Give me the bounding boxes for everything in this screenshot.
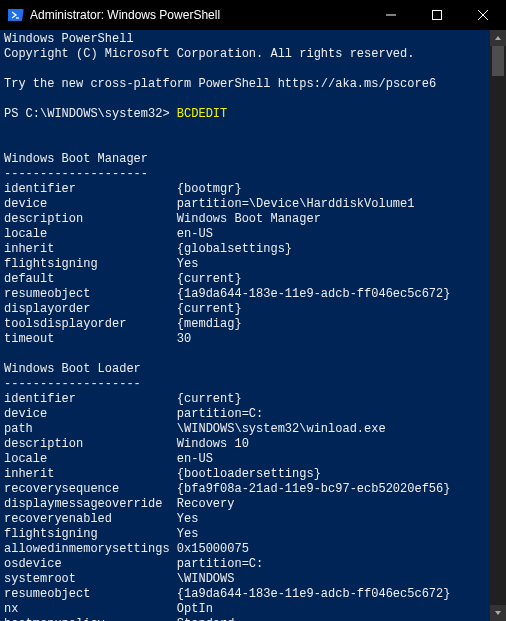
kv-row: resumeobject{1a9da644-183e-11e9-adcb-ff0… [4,587,490,602]
kv-value: Yes [177,527,199,542]
kv-value: {1a9da644-183e-11e9-adcb-ff046ec5c672} [177,287,451,302]
kv-key: default [4,272,177,287]
kv-value: Yes [177,512,199,527]
svg-rect-3 [433,11,442,20]
kv-value: {bootloadersettings} [177,467,321,482]
kv-key: nx [4,602,177,617]
kv-value: en-US [177,227,213,242]
content-area: Windows PowerShell Copyright (C) Microso… [0,30,506,621]
kv-row: displayorder{current} [4,302,490,317]
scrollbar-thumb[interactable] [492,46,504,76]
kv-key: flightsigning [4,527,177,542]
section1-rows: identifier{bootmgr}devicepartition=\Devi… [4,182,490,347]
kv-key: device [4,197,177,212]
prompt-path: PS C:\WINDOWS\system32> [4,107,177,121]
kv-row: resumeobject{1a9da644-183e-11e9-adcb-ff0… [4,287,490,302]
kv-row: path\WINDOWS\system32\winload.exe [4,422,490,437]
kv-row: systemroot\WINDOWS [4,572,490,587]
section2-rows: identifier{current}devicepartition=C:pat… [4,392,490,621]
kv-value: Windows 10 [177,437,249,452]
kv-key: displaymessageoverride [4,497,177,512]
kv-value: OptIn [177,602,213,617]
kv-value: {1a9da644-183e-11e9-adcb-ff046ec5c672} [177,587,451,602]
kv-key: locale [4,452,177,467]
kv-value: \WINDOWS [177,572,235,587]
kv-row: devicepartition=\Device\HarddiskVolume1 [4,197,490,212]
kv-row: descriptionWindows Boot Manager [4,212,490,227]
maximize-button[interactable] [414,0,460,30]
kv-row: nxOptIn [4,602,490,617]
kv-row: default{current} [4,272,490,287]
intro-line2: Copyright (C) Microsoft Corporation. All… [4,47,414,61]
kv-value: partition=\Device\HarddiskVolume1 [177,197,415,212]
kv-row: flightsigningYes [4,527,490,542]
kv-key: path [4,422,177,437]
try-line-url: https://aka.ms/pscore6 [278,77,436,91]
powershell-icon [8,7,24,23]
kv-value: en-US [177,452,213,467]
kv-row: flightsigningYes [4,257,490,272]
intro-line1: Windows PowerShell [4,32,134,46]
kv-row: toolsdisplayorder{memdiag} [4,317,490,332]
kv-key: bootmenupolicy [4,617,177,621]
kv-row: localeen-US [4,227,490,242]
kv-key: device [4,407,177,422]
kv-value: Windows Boot Manager [177,212,321,227]
kv-value: {memdiag} [177,317,242,332]
kv-row: identifier{bootmgr} [4,182,490,197]
kv-key: description [4,437,177,452]
kv-value: {current} [177,272,242,287]
kv-row: localeen-US [4,452,490,467]
kv-row: allowedinmemorysettings0x15000075 [4,542,490,557]
kv-value: 0x15000075 [177,542,249,557]
section2-title: Windows Boot Loader [4,362,141,376]
kv-row: descriptionWindows 10 [4,437,490,452]
kv-row: identifier{current} [4,392,490,407]
kv-value: \WINDOWS\system32\winload.exe [177,422,386,437]
kv-key: toolsdisplayorder [4,317,177,332]
kv-value: {current} [177,302,242,317]
command-text: BCDEDIT [177,107,227,121]
section2-divider: ------------------- [4,377,141,391]
kv-key: locale [4,227,177,242]
terminal-output[interactable]: Windows PowerShell Copyright (C) Microso… [0,30,490,621]
titlebar[interactable]: Administrator: Windows PowerShell [0,0,506,30]
scrollbar-track[interactable] [490,46,506,605]
kv-value: Recovery [177,497,235,512]
kv-key: inherit [4,242,177,257]
vertical-scrollbar[interactable] [490,30,506,621]
kv-value: partition=C: [177,407,263,422]
close-button[interactable] [460,0,506,30]
kv-value: {globalsettings} [177,242,292,257]
kv-value: {current} [177,392,242,407]
kv-key: systemroot [4,572,177,587]
kv-row: osdevicepartition=C: [4,557,490,572]
kv-key: inherit [4,467,177,482]
kv-row: inherit{globalsettings} [4,242,490,257]
kv-row: bootmenupolicyStandard [4,617,490,621]
scroll-up-button[interactable] [490,30,506,46]
kv-key: osdevice [4,557,177,572]
kv-key: recoveryenabled [4,512,177,527]
kv-key: displayorder [4,302,177,317]
kv-row: recoveryenabledYes [4,512,490,527]
kv-key: allowedinmemorysettings [4,542,177,557]
kv-value: Standard [177,617,235,621]
powershell-window: Administrator: Windows PowerShell Window… [0,0,506,621]
kv-key: recoverysequence [4,482,177,497]
kv-value: 30 [177,332,191,347]
kv-row: timeout30 [4,332,490,347]
kv-value: {bootmgr} [177,182,242,197]
kv-key: resumeobject [4,287,177,302]
kv-key: flightsigning [4,257,177,272]
kv-key: identifier [4,182,177,197]
kv-row: devicepartition=C: [4,407,490,422]
minimize-button[interactable] [368,0,414,30]
kv-key: description [4,212,177,227]
kv-key: resumeobject [4,587,177,602]
section1-divider: -------------------- [4,167,148,181]
kv-row: inherit{bootloadersettings} [4,467,490,482]
kv-key: identifier [4,392,177,407]
scroll-down-button[interactable] [490,605,506,621]
window-title: Administrator: Windows PowerShell [30,8,368,22]
